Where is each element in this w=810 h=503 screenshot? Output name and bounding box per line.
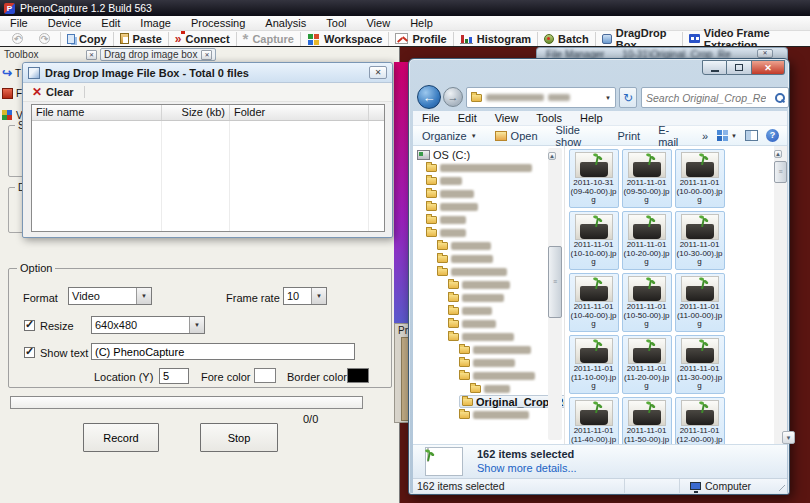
tree-folder-blurred[interactable] bbox=[413, 343, 564, 356]
toolbar-button[interactable]: Histogram bbox=[453, 32, 537, 46]
column-file-name[interactable]: File name bbox=[32, 105, 162, 120]
tree-folder-blurred[interactable] bbox=[413, 278, 564, 291]
menu-item[interactable]: Device bbox=[38, 16, 92, 31]
minimize-button[interactable] bbox=[702, 60, 727, 75]
tree-folder-blurred[interactable] bbox=[413, 265, 564, 278]
menu-item[interactable]: View bbox=[486, 112, 528, 124]
file-item[interactable]: 2011-11-01 (10-30-00).jpg bbox=[675, 211, 725, 270]
file-item[interactable]: 2011-11-01 (11-10-00).jpg bbox=[569, 335, 619, 394]
preview-pane-button[interactable] bbox=[745, 130, 758, 141]
commandbar-button[interactable]: Slide show bbox=[547, 126, 609, 146]
tree-folder-blurred[interactable] bbox=[413, 226, 564, 239]
toolbar-button[interactable]: Paste bbox=[113, 32, 168, 46]
showtext-input[interactable] bbox=[91, 343, 355, 360]
file-item[interactable]: 2011-11-01 (11-20-00).jpg bbox=[622, 335, 672, 394]
toolbar-button[interactable]: Video Frame Extraction bbox=[682, 32, 810, 46]
toolbar-button[interactable]: DragDrop Box bbox=[595, 32, 682, 46]
menu-item[interactable]: Tools bbox=[527, 112, 571, 124]
location-input[interactable] bbox=[159, 368, 189, 384]
tree-scrollbar[interactable]: ▲ ≡ bbox=[548, 148, 562, 440]
tree-folder-blurred[interactable] bbox=[413, 161, 564, 174]
toolbar-button[interactable]: Profile bbox=[388, 32, 452, 46]
commandbar-button[interactable]: » bbox=[693, 126, 717, 146]
menu-item[interactable]: Help bbox=[400, 16, 443, 31]
tree-folder-blurred[interactable] bbox=[413, 174, 564, 187]
scroll-up-icon[interactable]: ▲ bbox=[774, 150, 782, 158]
refresh-button[interactable] bbox=[619, 87, 637, 108]
menu-item[interactable]: Help bbox=[571, 112, 612, 124]
format-combo[interactable]: Video bbox=[68, 287, 152, 305]
show-more-details-link[interactable]: Show more details... bbox=[477, 462, 577, 474]
tree-folder-blurred[interactable] bbox=[413, 408, 564, 421]
menu-item[interactable]: Edit bbox=[91, 16, 130, 31]
back-button[interactable]: ← bbox=[417, 85, 441, 109]
file-item[interactable]: 2011-11-01 (10-10-00).jpg bbox=[569, 211, 619, 270]
menu-item[interactable]: File bbox=[413, 112, 449, 124]
tree-folder-blurred[interactable] bbox=[413, 382, 564, 395]
commandbar-button[interactable]: Print bbox=[609, 126, 650, 146]
tree-folder-blurred[interactable] bbox=[413, 330, 564, 343]
close-button[interactable] bbox=[752, 60, 785, 75]
scroll-up-icon[interactable]: ▲ bbox=[548, 152, 556, 160]
list-body[interactable] bbox=[32, 121, 384, 231]
toolbar-button[interactable]: Connect bbox=[168, 32, 236, 46]
toolbar-button[interactable]: Copy bbox=[60, 32, 113, 46]
dropdown-button[interactable] bbox=[311, 288, 326, 304]
rail-tool-2[interactable]: F bbox=[2, 88, 22, 99]
close-icon[interactable] bbox=[757, 49, 773, 58]
menu-item[interactable]: View bbox=[356, 16, 400, 31]
commandbar-button[interactable]: Open bbox=[486, 126, 547, 146]
tree-folder-blurred[interactable] bbox=[413, 239, 564, 252]
drag-drop-tab[interactable]: Drag drop image box bbox=[100, 48, 216, 61]
grid-scrollbar[interactable]: ▲ ≡ ▼ bbox=[774, 146, 787, 444]
forecolor-swatch[interactable] bbox=[254, 368, 276, 383]
tree-folder-blurred[interactable] bbox=[413, 304, 564, 317]
search-input[interactable] bbox=[646, 92, 766, 104]
commandbar-button[interactable]: Organize bbox=[413, 126, 486, 146]
column-size[interactable]: Size (kb) bbox=[162, 105, 230, 120]
resize-combo[interactable]: 640x480 bbox=[91, 316, 205, 334]
tree-folder-blurred[interactable] bbox=[413, 252, 564, 265]
tab-close-icon[interactable] bbox=[201, 50, 212, 60]
tree-folder-blurred[interactable] bbox=[413, 369, 564, 382]
file-item[interactable]: 2011-11-01 (11-40-00).jpg bbox=[569, 397, 619, 444]
resize-checkbox[interactable] bbox=[24, 320, 35, 331]
column-folder[interactable]: Folder bbox=[230, 105, 369, 120]
search-box[interactable] bbox=[641, 87, 789, 108]
dialog-close-button[interactable] bbox=[369, 66, 387, 79]
rail-tool-1[interactable]: T bbox=[2, 66, 21, 80]
showtext-checkbox[interactable] bbox=[24, 347, 35, 358]
stop-button[interactable]: Stop bbox=[200, 423, 278, 452]
maximize-button[interactable] bbox=[727, 60, 752, 75]
tree-folder-blurred[interactable] bbox=[413, 317, 564, 330]
tree-folder-blurred[interactable] bbox=[413, 187, 564, 200]
file-item[interactable]: 2011-11-01 (10-40-00).jpg bbox=[569, 273, 619, 332]
tree-folder-blurred[interactable] bbox=[413, 200, 564, 213]
tree-folder-blurred[interactable] bbox=[413, 356, 564, 369]
resize-grip[interactable] bbox=[775, 481, 785, 491]
scroll-down-icon[interactable]: ▼ bbox=[782, 431, 795, 444]
file-item[interactable]: 2011-11-01 (10-20-00).jpg bbox=[622, 211, 672, 270]
bordercolor-swatch[interactable] bbox=[347, 368, 369, 383]
file-item[interactable]: 2011-10-31 (09-40-00).jpg bbox=[569, 149, 619, 208]
toolbar-button[interactable] bbox=[33, 32, 60, 46]
scrollbar-thumb[interactable]: ≡ bbox=[548, 246, 562, 318]
help-icon[interactable]: ? bbox=[766, 129, 779, 142]
views-button[interactable] bbox=[717, 130, 737, 141]
record-button[interactable]: Record bbox=[83, 423, 159, 452]
file-item[interactable]: 2011-11-01 (11-00-00).jpg bbox=[675, 273, 725, 332]
toolbar-button[interactable] bbox=[6, 32, 33, 46]
clear-button[interactable]: Clear bbox=[46, 86, 74, 98]
scrollbar-thumb[interactable]: ≡ bbox=[774, 161, 787, 183]
menu-item[interactable]: Image bbox=[130, 16, 181, 31]
file-item[interactable]: 2011-11-01 (10-00-00).jpg bbox=[675, 149, 725, 208]
dropdown-button[interactable] bbox=[136, 288, 151, 304]
dropdown-button[interactable] bbox=[189, 317, 204, 333]
menu-item[interactable]: Analysis bbox=[255, 16, 316, 31]
toolbox-close-icon[interactable] bbox=[86, 50, 97, 60]
file-item[interactable]: 2011-11-01 (10-50-00).jpg bbox=[622, 273, 672, 332]
toolbar-button[interactable]: Workspace bbox=[300, 32, 389, 46]
chevron-down-icon[interactable] bbox=[605, 95, 611, 101]
tree-item-os-c[interactable]: OS (C:) bbox=[413, 148, 564, 161]
forward-button[interactable]: → bbox=[443, 87, 463, 107]
